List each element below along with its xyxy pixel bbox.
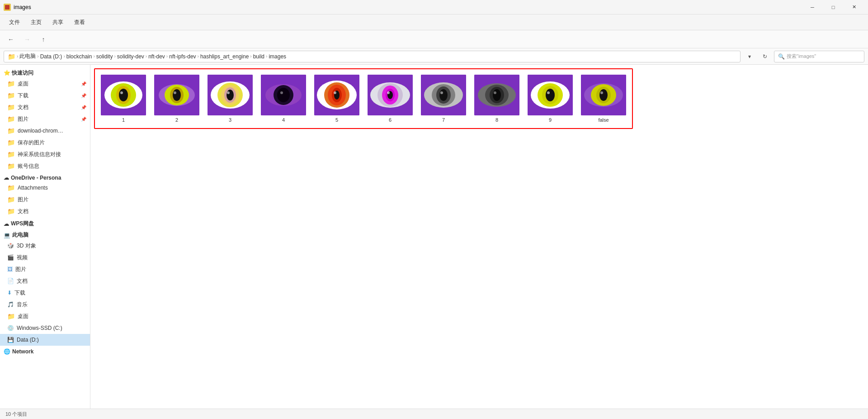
file-thumb-false [581, 75, 626, 115]
search-placeholder: 搜索"images" [787, 53, 816, 60]
close-button[interactable]: ✕ [844, 0, 864, 14]
sidebar-item-label: 文档 [17, 277, 28, 285]
network-icon: 🌐 [4, 348, 10, 355]
sidebar-section-thispc-label: 此电脑 [12, 231, 28, 239]
breadcrumb-solidity[interactable]: solidity [96, 53, 113, 60]
sidebar-item-sencai[interactable]: 📁 神采系统信息对接 [0, 148, 90, 160]
file-item-5[interactable]: 5 [312, 73, 362, 124]
sidebar-item-downloadchrome[interactable]: 📁 download-chrom… [0, 125, 90, 137]
sidebar-item-downloads[interactable]: 📁 下载 📌 [0, 90, 90, 101]
sidebar-item-drive-c[interactable]: 💿 Windows-SSD (C:) [0, 322, 90, 334]
maximize-button[interactable]: □ [823, 0, 844, 14]
file-item-2[interactable]: 2 [152, 73, 202, 124]
sidebar-item-video[interactable]: 🎬 视频 [0, 252, 90, 263]
tab-file[interactable]: 文件 [4, 14, 25, 30]
file-item-3[interactable]: 3 [205, 73, 255, 124]
pin-icon: 📌 [81, 81, 86, 86]
svg-point-43 [440, 91, 443, 94]
file-item-9[interactable]: 9 [525, 73, 575, 124]
refresh-button[interactable]: ↻ [759, 50, 771, 63]
pin-icon: 📌 [81, 117, 86, 122]
tab-home[interactable]: 主页 [25, 14, 47, 30]
breadcrumb-blockchain[interactable]: blockchain [66, 53, 92, 60]
minimize-button[interactable]: ─ [802, 0, 823, 14]
download-icon: ⬇ [7, 290, 12, 296]
sidebar-item-music[interactable]: 🎵 音乐 [0, 299, 90, 310]
sidebar-item-desktop[interactable]: 📁 桌面 📌 [0, 78, 90, 90]
status-text: 10 个项目 [5, 411, 27, 418]
sidebar-section-thispc[interactable]: 💻 此电脑 [0, 229, 90, 240]
status-bar: 10 个项目 [0, 409, 868, 419]
svg-point-5 [120, 91, 123, 94]
svg-point-49 [494, 91, 496, 94]
file-thumb-1 [101, 75, 146, 115]
svg-point-4 [119, 89, 128, 101]
sidebar-item-docs[interactable]: 📁 文档 📌 [0, 101, 90, 113]
breadcrumb-home-icon: 📁 [8, 53, 15, 60]
up-button[interactable]: ↑ [36, 32, 51, 47]
file-label-4: 4 [282, 117, 285, 123]
search-box[interactable]: 🔍 搜索"images" [774, 51, 864, 62]
file-label-9: 9 [549, 117, 552, 123]
sidebar-item-label: 文档 [18, 104, 28, 111]
file-item-1[interactable]: 1 [99, 73, 148, 124]
sidebar-section-onedrive[interactable]: ☁ OneDrive - Persona [0, 172, 90, 182]
file-thumb-2 [154, 75, 199, 115]
sidebar-item-document[interactable]: 📄 文档 [0, 275, 90, 287]
breadcrumb-build[interactable]: build [253, 53, 264, 60]
file-label-3: 3 [229, 117, 231, 123]
tab-share[interactable]: 共享 [47, 14, 69, 30]
ribbon-tabs: 文件 主页 共享 查看 [0, 14, 868, 30]
sidebar-item-drive-d[interactable]: 💾 Data (D:) [0, 334, 90, 346]
breadcrumb-datad[interactable]: Data (D:) [40, 53, 62, 60]
sidebar-section-onedrive-label: OneDrive - Persona [11, 175, 61, 181]
back-button[interactable]: ← [4, 32, 18, 47]
breadcrumb[interactable]: 📁 › 此电脑 › Data (D:) › blockchain › solid… [4, 51, 741, 62]
pc-icon: 💻 [4, 232, 10, 238]
sidebar-section-network[interactable]: 🌐 Network [0, 346, 90, 356]
file-thumb-8 [474, 75, 519, 115]
folder-icon: 📁 [7, 151, 15, 158]
sidebar-section-quickaccess[interactable]: ⭐ 快速访问 [0, 67, 90, 78]
file-thumb-5 [314, 75, 359, 115]
sidebar-item-label: 文档 [18, 208, 28, 215]
file-label-5: 5 [335, 117, 338, 123]
sidebar-item-savedpics[interactable]: 📁 保存的图片 [0, 137, 90, 148]
file-item-6[interactable]: 6 [365, 73, 415, 124]
breadcrumb-thispc[interactable]: 此电脑 [19, 52, 36, 60]
sidebar-item-download2[interactable]: ⬇ 下载 [0, 287, 90, 299]
sidebar-item-3d[interactable]: 🎲 3D 对象 [0, 240, 90, 252]
search-icon: 🔍 [778, 53, 785, 60]
pin-icon: 📌 [81, 105, 86, 110]
breadcrumb-images[interactable]: images [269, 53, 286, 60]
file-item-8[interactable]: 8 [472, 73, 522, 124]
sidebar-item-account[interactable]: 📁 账号信息 [0, 160, 90, 172]
sidebar-item-od-pictures[interactable]: 📁 图片 [0, 194, 90, 205]
folder-icon: 📁 [7, 196, 15, 203]
file-item-4[interactable]: 4 [259, 73, 308, 124]
toolbar: ← → ↑ [0, 30, 868, 48]
tab-view[interactable]: 查看 [69, 14, 90, 30]
sidebar-item-pictures[interactable]: 📁 图片 📌 [0, 113, 90, 125]
sidebar-item-attachments[interactable]: 📁 Attachments [0, 182, 90, 194]
file-item-false[interactable]: false [579, 73, 628, 124]
breadcrumb-nftdev[interactable]: nft-dev [148, 53, 165, 60]
breadcrumb-nftipfsdev[interactable]: nft-ipfs-dev [169, 53, 196, 60]
sidebar-section-wps[interactable]: ☁ WPS网盘 [0, 217, 90, 229]
folder-icon: 📁 [7, 104, 15, 111]
window-controls: ─ □ ✕ [802, 0, 864, 14]
svg-point-23 [280, 91, 283, 94]
sidebar-item-image[interactable]: 🖼 图片 [0, 263, 90, 275]
address-dropdown-button[interactable]: ▾ [743, 50, 756, 63]
sidebar-item-desktop2[interactable]: 📁 桌面 [0, 310, 90, 322]
breadcrumb-hashlips[interactable]: hashlips_art_engine [200, 53, 249, 60]
breadcrumb-soliditydev[interactable]: solidity-dev [117, 53, 144, 60]
sidebar-item-od-docs[interactable]: 📁 文档 [0, 205, 90, 217]
folder-icon: 📁 [7, 92, 15, 99]
file-label-1: 1 [122, 117, 125, 123]
address-bar: 📁 › 此电脑 › Data (D:) › blockchain › solid… [0, 48, 868, 65]
file-item-7[interactable]: 7 [419, 73, 468, 124]
sidebar-item-label: 3D 对象 [17, 242, 36, 250]
file-thumb-7 [421, 75, 466, 115]
forward-button[interactable]: → [20, 32, 34, 47]
